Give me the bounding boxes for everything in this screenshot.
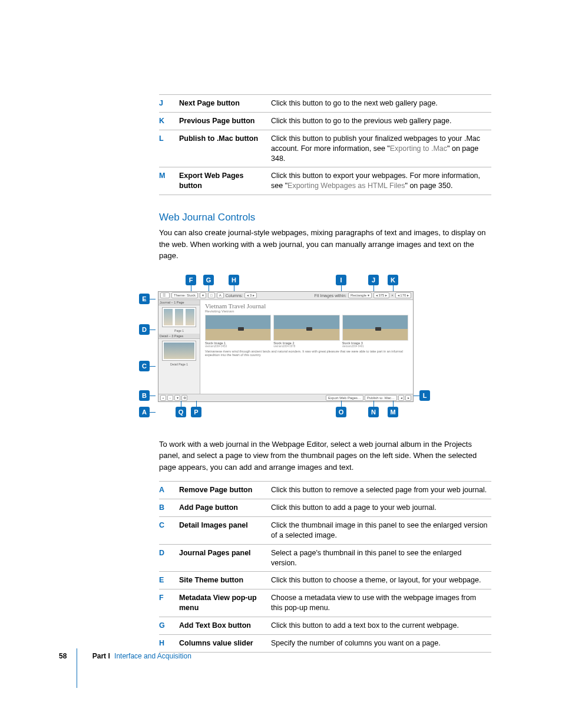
ref-desc: Click this button to go to the previous … [271,112,491,130]
section-paragraph-2: To work with a web journal in the Webpag… [159,439,491,473]
journal-image-card: Stock Image 3vietnam2004 0401 [342,315,408,348]
ref-letter: K [159,112,179,130]
editor-toolbar: ☰ Theme: Stock ▾ □ A Columns: ◂ 3 ▸ Fit … [158,292,413,300]
fit-shape-popup[interactable]: Rectangle ▾ [348,292,372,298]
ref-desc: Click this button to export your webpage… [271,167,491,195]
ref-letter: E [159,572,179,589]
width-slider[interactable]: ◂ 375 ▸ [373,292,389,298]
callout-h: H [229,275,239,285]
callout-m: M [388,407,398,417]
add-page-button[interactable]: + [160,395,166,401]
ref-letter: J [159,95,179,113]
ref-name: Metadata View pop-up menu [179,589,271,617]
next-page-button[interactable]: ▸ [405,395,411,401]
callout-a: A [139,407,150,417]
callout-p: P [191,407,201,417]
ref-desc: Specify the number of columns you want o… [271,634,491,652]
ref-letter: C [159,516,179,544]
ref-desc: Click this button to add a page to your … [271,499,491,517]
page-footer: 58 Part I Interface and Acquisition [59,652,191,660]
callout-n: N [368,407,379,417]
section-heading: Web Journal Controls [159,212,491,223]
export-pages-button[interactable]: Export Web Pages… [326,395,363,401]
pages-sidebar: Journal – 1 Page Page 1 Detail – 3 Pages… [158,300,200,394]
reference-table-bottom: ARemove Page buttonClick this button to … [159,481,491,653]
web-journal-figure: FGHIJK EDCBA QPONM L ☰ Theme: Stock ▾ □ … [135,274,491,421]
ref-name: Next Page button [179,95,271,113]
ref-name: Publish to .Mac button [179,130,271,167]
ref-desc: Click this button to go to the next web … [271,95,491,113]
page-settings-icon[interactable]: ⚙ [181,395,187,401]
ref-name: Columns value slider [179,634,271,652]
callout-e: E [139,294,150,304]
journal-image-card: Stock Image 1vietnam2004 0453 [205,315,271,348]
callout-b: B [139,390,150,401]
ref-name: Add Page button [179,499,271,517]
metadata-popup[interactable]: ▾ [200,292,206,298]
callout-o: O [336,407,346,417]
ref-letter: H [159,634,179,652]
page-number: 58 [59,652,67,660]
detail-page-thumb[interactable] [162,341,196,361]
callout-l: L [419,390,430,401]
ref-letter: L [159,130,179,167]
callout-q: Q [176,407,186,417]
ref-letter: M [159,167,179,195]
callout-j: J [368,275,379,285]
columns-slider[interactable]: ◂ 3 ▸ [244,292,257,298]
add-text-button2[interactable]: A [217,292,224,298]
callout-g: G [203,275,214,285]
ref-letter: F [159,589,179,617]
remove-page-button[interactable]: − [167,395,173,401]
ref-desc: Click this button to remove a selected p… [271,482,491,499]
journal-image-card: Stock Image 2vietnam2004 0078 [273,315,339,348]
ref-name: Remove Page button [179,482,271,499]
ref-desc: Click this button to add a text box to t… [271,617,491,635]
ref-letter: B [159,499,179,517]
ref-desc: Click the thumbnail image in this panel … [271,516,491,544]
ref-name: Site Theme button [179,572,271,589]
ref-desc: Click this button to choose a theme, or … [271,572,491,589]
part-label: Part I [92,652,110,660]
ref-name: Journal Pages panel [179,544,271,572]
part-name: Interface and Acquisition [114,652,191,660]
journal-preview: Vietnam Travel Journal Revisiting Vietna… [200,300,413,394]
callout-f: F [186,275,196,285]
height-slider[interactable]: ◂ 170 ▸ [395,292,411,298]
ref-desc: Choose a metadata view to use with the w… [271,589,491,617]
callout-i: I [336,275,346,285]
ref-letter: A [159,482,179,499]
callout-c: C [139,361,150,371]
publish-mac-button[interactable]: Publish to .Mac… [365,395,397,401]
prev-page-button[interactable]: ◂ [398,395,404,401]
add-text-button[interactable]: □ [208,292,215,298]
journal-page-thumb[interactable] [162,307,196,327]
ref-name: Previous Page button [179,112,271,130]
webpage-editor-window: ☰ Theme: Stock ▾ □ A Columns: ◂ 3 ▸ Fit … [158,291,414,402]
theme-button[interactable]: Theme: Stock [171,292,198,298]
section-paragraph-1: You can also create journal-style webpag… [159,227,491,262]
page-action-popup[interactable]: ▾ [174,395,180,401]
ref-letter: D [159,544,179,572]
ref-desc: Click this button to publish your finali… [271,130,491,167]
reference-table-top: JNext Page buttonClick this button to go… [159,94,491,195]
callout-d: D [139,324,150,335]
ref-desc: Select a page's thumbnail in this panel … [271,544,491,572]
ref-letter: G [159,617,179,635]
ref-name: Detail Images panel [179,516,271,544]
callout-k: K [388,275,398,285]
ref-name: Export Web Pages button [179,167,271,195]
ref-name: Add Text Box button [179,617,271,635]
